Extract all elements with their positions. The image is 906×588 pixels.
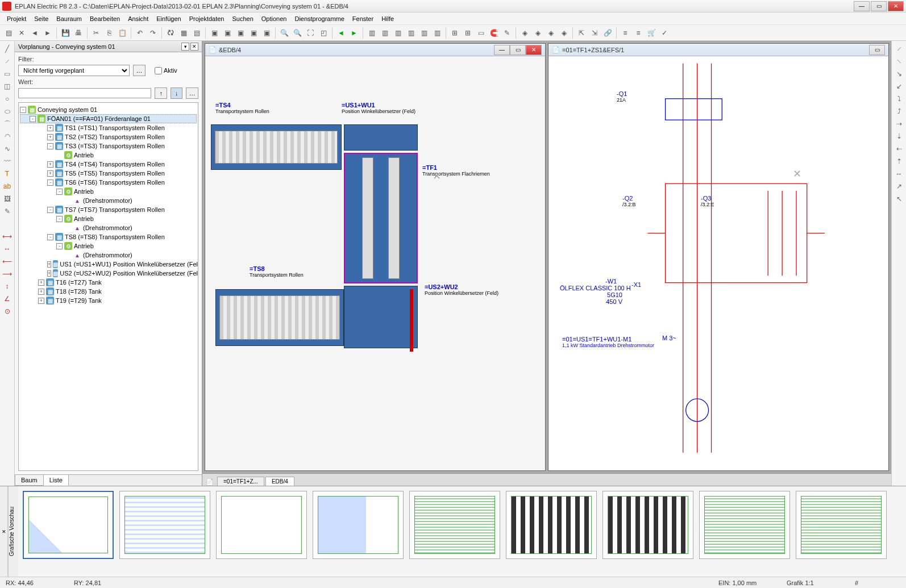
- tree-node[interactable]: -▦TS3 (=TS3) Transportsystem Rollen: [20, 141, 197, 151]
- conveyor-ts4[interactable]: [211, 124, 342, 170]
- expand-icon[interactable]: -: [30, 116, 36, 122]
- tool-misc2-icon[interactable]: ◈: [531, 27, 544, 39]
- tool-macro5-icon[interactable]: ▣: [260, 27, 273, 39]
- tree-node[interactable]: ▲(Drehstrommotor): [20, 251, 197, 260]
- vt-arc-icon[interactable]: ⌒: [2, 118, 13, 130]
- tool-window3-icon[interactable]: ▥: [392, 27, 404, 39]
- vt-dim4-icon[interactable]: ⟶: [2, 268, 13, 280]
- tool-macro4-icon[interactable]: ▣: [247, 27, 260, 39]
- rt-8-icon[interactable]: ⇣: [893, 131, 905, 142]
- tree-node[interactable]: ▲(Drehstrommotor): [20, 196, 197, 205]
- menu-bauraum[interactable]: Bauraum: [53, 14, 85, 23]
- conveyor-ts8[interactable]: [215, 289, 344, 346]
- tool-zoom-fit-icon[interactable]: ⛶: [304, 27, 317, 39]
- doc1-canvas[interactable]: =TS4Transportsystem Rollen =US1+WU1Posit…: [205, 56, 545, 470]
- thumb-1[interactable]: [23, 491, 114, 559]
- panel-dropdown-icon[interactable]: ▾: [181, 43, 189, 51]
- tree-node[interactable]: +▦T19 (=T29) Tank: [20, 296, 197, 305]
- tree-node[interactable]: +▦TS1 (=TS1) Transportsystem Rollen: [20, 123, 197, 132]
- vt-dim3-icon[interactable]: ⟵: [2, 256, 13, 267]
- vt-ab-icon[interactable]: ab: [2, 181, 13, 192]
- menu-dienstprogramme[interactable]: Dienstprogramme: [291, 14, 347, 23]
- vt-circle-icon[interactable]: ○: [2, 93, 13, 105]
- expand-icon[interactable]: +: [38, 298, 44, 304]
- expand-icon[interactable]: -: [47, 234, 53, 240]
- tool-redo-icon[interactable]: ↷: [147, 27, 159, 39]
- tool-print-icon[interactable]: 🖶: [72, 27, 85, 39]
- tool-export1-icon[interactable]: ⇱: [575, 27, 588, 39]
- filter-browse-button[interactable]: …: [133, 65, 146, 76]
- tree-node[interactable]: ⚙Antrieb: [20, 151, 197, 160]
- tool-back-icon[interactable]: ◄: [28, 27, 41, 39]
- vt-angle-icon[interactable]: ∠: [2, 293, 13, 305]
- expand-icon[interactable]: -: [47, 180, 53, 186]
- tool-window4-icon[interactable]: ▥: [405, 27, 417, 39]
- tool-undo-icon[interactable]: ↶: [134, 27, 146, 39]
- wert-browse-button[interactable]: …: [186, 87, 198, 99]
- vt-dim1-icon[interactable]: ⟷: [2, 231, 13, 242]
- expand-icon[interactable]: -: [47, 143, 53, 149]
- tool-list2-icon[interactable]: ≡: [632, 27, 645, 39]
- expand-icon[interactable]: -: [20, 107, 26, 113]
- vt-polyline-icon[interactable]: ⟋: [2, 56, 13, 67]
- tree-node[interactable]: +▦TS4 (=TS4) Transportsystem Rollen: [20, 160, 197, 169]
- tool-zoom-window-icon[interactable]: ◰: [317, 27, 330, 39]
- tool-misc3-icon[interactable]: ◈: [545, 27, 557, 39]
- rt-7-icon[interactable]: ⇢: [893, 118, 905, 130]
- menu-optionen[interactable]: Optionen: [258, 14, 290, 23]
- vt-text-icon[interactable]: T: [2, 168, 13, 180]
- rt-12-icon[interactable]: ↗: [893, 181, 905, 192]
- menu-hilfe[interactable]: Hilfe: [378, 14, 397, 23]
- aktiv-checkbox[interactable]: Aktiv: [155, 67, 177, 74]
- menu-projekt[interactable]: Projekt: [3, 14, 30, 23]
- expand-icon[interactable]: +: [47, 261, 51, 268]
- menu-einfuegen[interactable]: Einfügen: [153, 14, 184, 23]
- rt-9-icon[interactable]: ⇠: [893, 143, 905, 155]
- doc1-maximize-button[interactable]: ▭: [510, 45, 526, 55]
- menu-seite[interactable]: Seite: [31, 14, 52, 23]
- filter-select[interactable]: Nicht fertig vorgeplant: [18, 65, 130, 76]
- thumb-4[interactable]: [313, 491, 404, 559]
- rt-11-icon[interactable]: ↔: [893, 168, 905, 180]
- menu-ansicht[interactable]: Ansicht: [124, 14, 152, 23]
- tool-grid2-icon[interactable]: ⊞: [448, 27, 461, 39]
- tool-check-icon[interactable]: ✓: [658, 27, 671, 39]
- rt-6-icon[interactable]: ⤴: [893, 106, 905, 117]
- tool-sync-icon[interactable]: 🔗: [601, 27, 614, 39]
- tool-cart-icon[interactable]: 🛒: [645, 27, 658, 39]
- thumb-8[interactable]: [699, 491, 790, 559]
- tool-close-icon[interactable]: ✕: [15, 27, 28, 39]
- tool-zoom-in-icon[interactable]: 🔍: [278, 27, 290, 39]
- tool-zoom-out-icon[interactable]: 🔍: [291, 27, 304, 39]
- close-button[interactable]: ✕: [888, 1, 904, 11]
- tool-layers-icon[interactable]: ▤: [190, 27, 203, 39]
- thumb-2[interactable]: [119, 491, 210, 559]
- tool-macro3-icon[interactable]: ▣: [234, 27, 247, 39]
- tab-liste[interactable]: Liste: [43, 475, 69, 486]
- expand-icon[interactable]: -: [56, 216, 63, 222]
- tree-node[interactable]: ▲(Drehstrommotor): [20, 223, 197, 232]
- tool-grid3-icon[interactable]: ⊞: [462, 27, 474, 39]
- tree-node[interactable]: -▦Conveying system 01: [20, 105, 197, 114]
- tool-cut-icon[interactable]: ✂: [90, 27, 102, 39]
- tree-node[interactable]: -⚙Antrieb: [20, 187, 197, 196]
- expand-icon[interactable]: -: [47, 207, 53, 213]
- thumb-9[interactable]: [796, 491, 887, 559]
- project-tree[interactable]: -▦Conveying system 01-▦FÖAN01 (==FA=01) …: [18, 102, 198, 471]
- expand-icon[interactable]: +: [38, 289, 44, 295]
- vt-spline2-icon[interactable]: 〰: [2, 156, 13, 167]
- maximize-button[interactable]: ▭: [871, 1, 887, 11]
- tool-edit-icon[interactable]: ✎: [501, 27, 513, 39]
- tool-window5-icon[interactable]: ▥: [418, 27, 430, 39]
- rt-4-icon[interactable]: ↙: [893, 81, 905, 92]
- preview-close-icon[interactable]: ✕: [0, 486, 8, 577]
- tree-node[interactable]: +▦US1 (=US1+WU1) Position Winkelübersetz…: [20, 260, 197, 269]
- expand-icon[interactable]: +: [47, 270, 51, 277]
- rt-13-icon[interactable]: ↖: [893, 193, 905, 205]
- tree-node[interactable]: -⚙Antrieb: [20, 214, 197, 223]
- menu-suchen[interactable]: Suchen: [228, 14, 256, 23]
- tool-list1-icon[interactable]: ≡: [619, 27, 631, 39]
- tool-copy-icon[interactable]: ⎘: [103, 27, 115, 39]
- vt-pencil-icon[interactable]: ✎: [2, 206, 13, 217]
- vt-dim2-icon[interactable]: ↔: [2, 243, 13, 255]
